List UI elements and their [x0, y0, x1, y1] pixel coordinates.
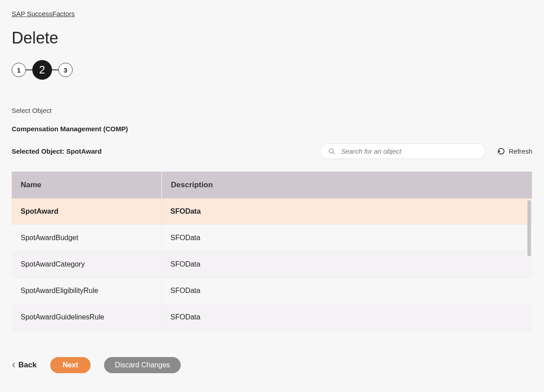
table-row[interactable]: SpotAwardEligibilityRuleSFOData: [12, 278, 532, 304]
svg-line-1: [333, 152, 334, 154]
cell-description: SFOData: [161, 251, 532, 277]
column-header-name[interactable]: Name: [12, 172, 161, 198]
cell-description: SFOData: [161, 304, 532, 330]
step-3[interactable]: 3: [58, 63, 73, 77]
section-label: Select Object: [12, 107, 532, 114]
table-body: SpotAwardSFODataSpotAwardBudgetSFODataSp…: [12, 198, 532, 337]
discard-button[interactable]: Discard Changes: [104, 357, 181, 373]
breadcrumb-link[interactable]: SAP SuccessFactors: [12, 10, 75, 17]
search-box[interactable]: [320, 143, 486, 159]
scrollbar[interactable]: [527, 200, 532, 339]
module-label: Compensation Management (COMP): [12, 125, 532, 133]
stepper: 1 2 3: [12, 60, 532, 80]
step-connector: [26, 69, 32, 70]
cell-description: SFOData: [161, 278, 532, 304]
svg-point-0: [329, 149, 333, 153]
next-button[interactable]: Next: [50, 357, 91, 373]
column-header-description[interactable]: Description: [161, 172, 532, 198]
cell-name: SpotAwardBudget: [12, 225, 161, 251]
cell-name: SpotAwardCategory: [12, 251, 161, 277]
step-1[interactable]: 1: [12, 63, 26, 77]
cell-name: SpotAwardGuidelinesRule: [12, 304, 161, 330]
search-icon: [328, 148, 335, 155]
scrollbar-thumb[interactable]: [527, 200, 531, 256]
object-table: Name Description SpotAwardSFODataSpotAwa…: [12, 172, 532, 337]
step-2[interactable]: 2: [32, 60, 52, 80]
table-row[interactable]: SpotAwardGuidelinesRuleSFOData: [12, 304, 532, 331]
table-row[interactable]: SpotAwardBudgetSFOData: [12, 225, 532, 251]
cell-description: SFOData: [161, 225, 532, 251]
page-title: Delete: [12, 29, 532, 47]
refresh-button[interactable]: Refresh: [497, 147, 532, 155]
footer-actions: Back Next Discard Changes: [12, 357, 532, 373]
back-label: Back: [18, 361, 37, 370]
table-header: Name Description: [12, 172, 532, 198]
refresh-icon: [497, 147, 505, 155]
back-button[interactable]: Back: [12, 361, 37, 370]
search-input[interactable]: [341, 147, 477, 155]
cell-name: SpotAwardEligibilityRule: [12, 278, 161, 304]
refresh-label: Refresh: [509, 147, 532, 155]
selected-object-label: Selected Object: SpotAward: [12, 147, 102, 155]
table-row[interactable]: SpotAwardSFOData: [12, 198, 532, 225]
step-connector: [52, 69, 58, 70]
cell-name: SpotAward: [12, 198, 161, 224]
table-row[interactable]: SpotAwardCategorySFOData: [12, 251, 532, 278]
cell-description: SFOData: [161, 198, 532, 224]
chevron-left-icon: [12, 362, 16, 368]
